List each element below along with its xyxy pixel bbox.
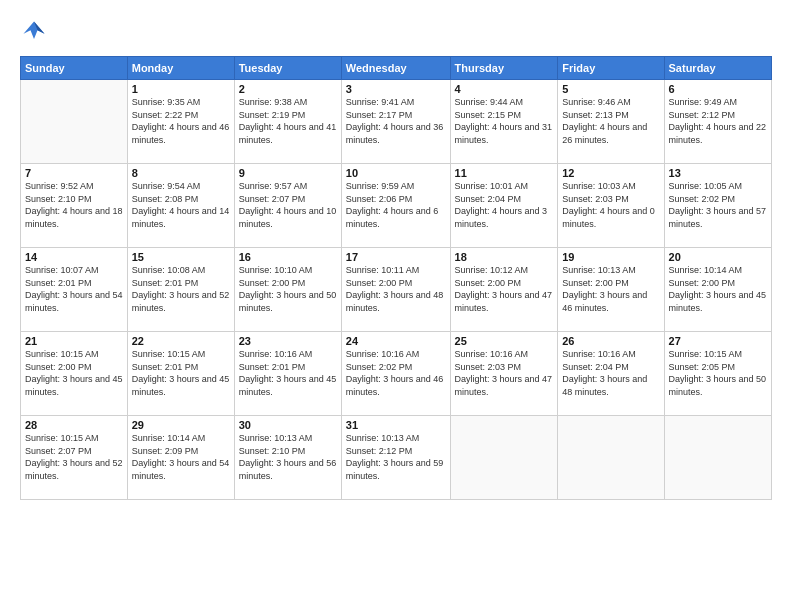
day-info: Sunrise: 10:14 AMSunset: 2:09 PMDaylight…	[132, 432, 230, 482]
day-info: Sunrise: 10:14 AMSunset: 2:00 PMDaylight…	[669, 264, 767, 314]
calendar-cell: 5Sunrise: 9:46 AMSunset: 2:13 PMDaylight…	[558, 80, 664, 164]
day-info: Sunrise: 10:15 AMSunset: 2:01 PMDaylight…	[132, 348, 230, 398]
day-info: Sunrise: 9:59 AMSunset: 2:06 PMDaylight:…	[346, 180, 446, 230]
calendar-week-row: 7Sunrise: 9:52 AMSunset: 2:10 PMDaylight…	[21, 164, 772, 248]
calendar-cell: 14Sunrise: 10:07 AMSunset: 2:01 PMDaylig…	[21, 248, 128, 332]
day-number: 12	[562, 167, 659, 179]
day-number: 23	[239, 335, 337, 347]
calendar-cell: 9Sunrise: 9:57 AMSunset: 2:07 PMDaylight…	[234, 164, 341, 248]
day-number: 11	[455, 167, 554, 179]
calendar-cell: 4Sunrise: 9:44 AMSunset: 2:15 PMDaylight…	[450, 80, 558, 164]
calendar-cell: 18Sunrise: 10:12 AMSunset: 2:00 PMDaylig…	[450, 248, 558, 332]
day-number: 28	[25, 419, 123, 431]
day-number: 7	[25, 167, 123, 179]
calendar-cell: 15Sunrise: 10:08 AMSunset: 2:01 PMDaylig…	[127, 248, 234, 332]
calendar-day-header: Thursday	[450, 57, 558, 80]
day-number: 29	[132, 419, 230, 431]
day-info: Sunrise: 9:38 AMSunset: 2:19 PMDaylight:…	[239, 96, 337, 146]
logo-icon	[20, 18, 48, 46]
calendar-day-header: Saturday	[664, 57, 771, 80]
day-info: Sunrise: 10:11 AMSunset: 2:00 PMDaylight…	[346, 264, 446, 314]
calendar-cell: 10Sunrise: 9:59 AMSunset: 2:06 PMDayligh…	[341, 164, 450, 248]
calendar-cell: 3Sunrise: 9:41 AMSunset: 2:17 PMDaylight…	[341, 80, 450, 164]
calendar-cell: 1Sunrise: 9:35 AMSunset: 2:22 PMDaylight…	[127, 80, 234, 164]
day-number: 6	[669, 83, 767, 95]
day-info: Sunrise: 10:10 AMSunset: 2:00 PMDaylight…	[239, 264, 337, 314]
calendar-cell: 19Sunrise: 10:13 AMSunset: 2:00 PMDaylig…	[558, 248, 664, 332]
calendar-cell: 25Sunrise: 10:16 AMSunset: 2:03 PMDaylig…	[450, 332, 558, 416]
calendar-day-header: Wednesday	[341, 57, 450, 80]
calendar-cell: 16Sunrise: 10:10 AMSunset: 2:00 PMDaylig…	[234, 248, 341, 332]
day-info: Sunrise: 10:13 AMSunset: 2:00 PMDaylight…	[562, 264, 659, 314]
day-number: 16	[239, 251, 337, 263]
calendar-cell: 29Sunrise: 10:14 AMSunset: 2:09 PMDaylig…	[127, 416, 234, 500]
day-number: 19	[562, 251, 659, 263]
calendar-cell: 11Sunrise: 10:01 AMSunset: 2:04 PMDaylig…	[450, 164, 558, 248]
day-number: 17	[346, 251, 446, 263]
day-number: 21	[25, 335, 123, 347]
day-info: Sunrise: 10:03 AMSunset: 2:03 PMDaylight…	[562, 180, 659, 230]
calendar-cell: 22Sunrise: 10:15 AMSunset: 2:01 PMDaylig…	[127, 332, 234, 416]
day-number: 24	[346, 335, 446, 347]
day-number: 18	[455, 251, 554, 263]
day-number: 14	[25, 251, 123, 263]
day-info: Sunrise: 10:15 AMSunset: 2:00 PMDaylight…	[25, 348, 123, 398]
calendar-cell	[664, 416, 771, 500]
day-number: 30	[239, 419, 337, 431]
calendar-day-header: Sunday	[21, 57, 128, 80]
page: SundayMondayTuesdayWednesdayThursdayFrid…	[0, 0, 792, 612]
day-info: Sunrise: 9:52 AMSunset: 2:10 PMDaylight:…	[25, 180, 123, 230]
calendar-week-row: 21Sunrise: 10:15 AMSunset: 2:00 PMDaylig…	[21, 332, 772, 416]
header	[20, 18, 772, 46]
calendar-week-row: 14Sunrise: 10:07 AMSunset: 2:01 PMDaylig…	[21, 248, 772, 332]
day-number: 8	[132, 167, 230, 179]
calendar-day-header: Tuesday	[234, 57, 341, 80]
calendar-cell: 26Sunrise: 10:16 AMSunset: 2:04 PMDaylig…	[558, 332, 664, 416]
calendar-week-row: 1Sunrise: 9:35 AMSunset: 2:22 PMDaylight…	[21, 80, 772, 164]
day-info: Sunrise: 10:12 AMSunset: 2:00 PMDaylight…	[455, 264, 554, 314]
day-number: 20	[669, 251, 767, 263]
calendar-cell: 17Sunrise: 10:11 AMSunset: 2:00 PMDaylig…	[341, 248, 450, 332]
calendar-cell: 24Sunrise: 10:16 AMSunset: 2:02 PMDaylig…	[341, 332, 450, 416]
calendar-cell: 27Sunrise: 10:15 AMSunset: 2:05 PMDaylig…	[664, 332, 771, 416]
calendar-cell	[21, 80, 128, 164]
calendar-cell: 20Sunrise: 10:14 AMSunset: 2:00 PMDaylig…	[664, 248, 771, 332]
day-number: 15	[132, 251, 230, 263]
calendar-week-row: 28Sunrise: 10:15 AMSunset: 2:07 PMDaylig…	[21, 416, 772, 500]
calendar-day-header: Monday	[127, 57, 234, 80]
calendar-cell: 21Sunrise: 10:15 AMSunset: 2:00 PMDaylig…	[21, 332, 128, 416]
calendar-cell: 13Sunrise: 10:05 AMSunset: 2:02 PMDaylig…	[664, 164, 771, 248]
day-info: Sunrise: 10:01 AMSunset: 2:04 PMDaylight…	[455, 180, 554, 230]
day-info: Sunrise: 9:54 AMSunset: 2:08 PMDaylight:…	[132, 180, 230, 230]
day-number: 9	[239, 167, 337, 179]
calendar-cell: 2Sunrise: 9:38 AMSunset: 2:19 PMDaylight…	[234, 80, 341, 164]
calendar-day-header: Friday	[558, 57, 664, 80]
logo	[20, 18, 52, 46]
day-number: 26	[562, 335, 659, 347]
calendar-table: SundayMondayTuesdayWednesdayThursdayFrid…	[20, 56, 772, 500]
day-number: 31	[346, 419, 446, 431]
calendar-cell: 30Sunrise: 10:13 AMSunset: 2:10 PMDaylig…	[234, 416, 341, 500]
day-info: Sunrise: 10:05 AMSunset: 2:02 PMDaylight…	[669, 180, 767, 230]
day-info: Sunrise: 9:46 AMSunset: 2:13 PMDaylight:…	[562, 96, 659, 146]
day-info: Sunrise: 10:13 AMSunset: 2:12 PMDaylight…	[346, 432, 446, 482]
day-number: 1	[132, 83, 230, 95]
day-number: 10	[346, 167, 446, 179]
day-info: Sunrise: 10:07 AMSunset: 2:01 PMDaylight…	[25, 264, 123, 314]
day-info: Sunrise: 10:13 AMSunset: 2:10 PMDaylight…	[239, 432, 337, 482]
calendar-header-row: SundayMondayTuesdayWednesdayThursdayFrid…	[21, 57, 772, 80]
day-info: Sunrise: 10:16 AMSunset: 2:02 PMDaylight…	[346, 348, 446, 398]
calendar-cell	[450, 416, 558, 500]
day-number: 4	[455, 83, 554, 95]
day-number: 5	[562, 83, 659, 95]
day-number: 22	[132, 335, 230, 347]
day-info: Sunrise: 9:44 AMSunset: 2:15 PMDaylight:…	[455, 96, 554, 146]
day-info: Sunrise: 9:57 AMSunset: 2:07 PMDaylight:…	[239, 180, 337, 230]
day-info: Sunrise: 10:16 AMSunset: 2:01 PMDaylight…	[239, 348, 337, 398]
calendar-cell: 31Sunrise: 10:13 AMSunset: 2:12 PMDaylig…	[341, 416, 450, 500]
day-number: 2	[239, 83, 337, 95]
day-number: 3	[346, 83, 446, 95]
calendar-cell: 28Sunrise: 10:15 AMSunset: 2:07 PMDaylig…	[21, 416, 128, 500]
calendar-cell: 8Sunrise: 9:54 AMSunset: 2:08 PMDaylight…	[127, 164, 234, 248]
day-number: 27	[669, 335, 767, 347]
